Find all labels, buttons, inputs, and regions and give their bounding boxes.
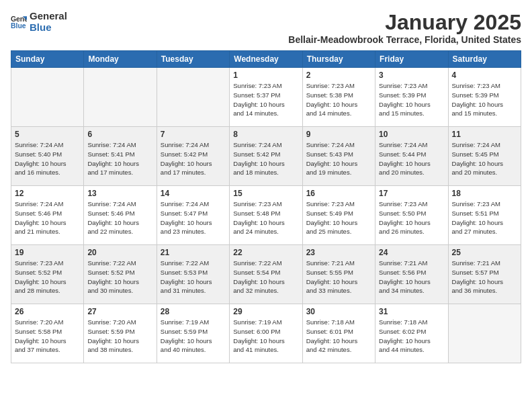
calendar-cell: 17Sunrise: 7:23 AM Sunset: 5:50 PM Dayli… [375, 186, 448, 245]
calendar-header-row: SundayMondayTuesdayWednesdayThursdayFrid… [11, 51, 521, 68]
day-info: Sunrise: 7:22 AM Sunset: 5:54 PM Dayligh… [233, 259, 298, 295]
day-number: 28 [161, 307, 226, 316]
day-info: Sunrise: 7:22 AM Sunset: 5:53 PM Dayligh… [161, 259, 226, 295]
calendar-cell: 14Sunrise: 7:24 AM Sunset: 5:47 PM Dayli… [157, 186, 229, 245]
day-number: 22 [233, 248, 298, 257]
day-number: 6 [87, 130, 152, 139]
calendar-cell [11, 68, 84, 127]
day-info: Sunrise: 7:23 AM Sunset: 5:49 PM Dayligh… [306, 199, 371, 236]
day-number: 15 [233, 189, 298, 198]
calendar-cell: 29Sunrise: 7:19 AM Sunset: 6:00 PM Dayli… [230, 304, 302, 363]
day-info: Sunrise: 7:22 AM Sunset: 5:52 PM Dayligh… [87, 259, 152, 295]
weekday-header-sunday: Sunday [11, 51, 84, 68]
day-number: 19 [15, 248, 80, 257]
day-number: 23 [306, 248, 371, 257]
day-info: Sunrise: 7:23 AM Sunset: 5:38 PM Dayligh… [306, 81, 371, 118]
calendar-cell: 22Sunrise: 7:22 AM Sunset: 5:54 PM Dayli… [230, 245, 302, 304]
day-number: 11 [452, 130, 517, 139]
calendar-cell: 26Sunrise: 7:20 AM Sunset: 5:58 PM Dayli… [11, 304, 84, 363]
day-number: 8 [233, 130, 298, 139]
calendar-cell: 18Sunrise: 7:23 AM Sunset: 5:51 PM Dayli… [448, 186, 521, 245]
day-info: Sunrise: 7:23 AM Sunset: 5:51 PM Dayligh… [452, 199, 517, 236]
day-info: Sunrise: 7:24 AM Sunset: 5:41 PM Dayligh… [87, 140, 152, 177]
day-number: 5 [15, 130, 80, 139]
calendar-cell: 16Sunrise: 7:23 AM Sunset: 5:49 PM Dayli… [302, 186, 375, 245]
day-info: Sunrise: 7:24 AM Sunset: 5:46 PM Dayligh… [15, 199, 80, 236]
calendar-cell: 9Sunrise: 7:24 AM Sunset: 5:43 PM Daylig… [302, 127, 375, 186]
calendar-week-0: 1Sunrise: 7:23 AM Sunset: 5:37 PM Daylig… [11, 68, 521, 127]
day-info: Sunrise: 7:18 AM Sunset: 6:01 PM Dayligh… [306, 318, 371, 355]
weekday-header-wednesday: Wednesday [230, 51, 302, 68]
day-info: Sunrise: 7:20 AM Sunset: 5:59 PM Dayligh… [87, 318, 152, 355]
calendar-cell: 12Sunrise: 7:24 AM Sunset: 5:46 PM Dayli… [11, 186, 84, 245]
header: General Blue General Blue January 2025 B… [11, 11, 521, 45]
calendar-week-4: 26Sunrise: 7:20 AM Sunset: 5:58 PM Dayli… [11, 304, 521, 363]
calendar-cell: 27Sunrise: 7:20 AM Sunset: 5:59 PM Dayli… [84, 304, 157, 363]
day-number: 9 [306, 130, 371, 139]
day-number: 17 [379, 189, 444, 198]
calendar-cell: 21Sunrise: 7:22 AM Sunset: 5:53 PM Dayli… [157, 245, 229, 304]
day-number: 3 [379, 71, 444, 80]
calendar-cell: 3Sunrise: 7:23 AM Sunset: 5:39 PM Daylig… [375, 68, 448, 127]
svg-text:Blue: Blue [11, 21, 26, 29]
day-number: 31 [379, 307, 444, 316]
calendar-cell: 30Sunrise: 7:18 AM Sunset: 6:01 PM Dayli… [302, 304, 375, 363]
day-number: 13 [87, 189, 152, 198]
calendar-cell: 23Sunrise: 7:21 AM Sunset: 5:55 PM Dayli… [302, 245, 375, 304]
calendar-cell: 19Sunrise: 7:23 AM Sunset: 5:52 PM Dayli… [11, 245, 84, 304]
calendar-cell: 7Sunrise: 7:24 AM Sunset: 5:42 PM Daylig… [157, 127, 229, 186]
calendar-cell: 2Sunrise: 7:23 AM Sunset: 5:38 PM Daylig… [302, 68, 375, 127]
calendar-week-3: 19Sunrise: 7:23 AM Sunset: 5:52 PM Dayli… [11, 245, 521, 304]
day-number: 1 [233, 71, 298, 80]
calendar-cell: 13Sunrise: 7:24 AM Sunset: 5:46 PM Dayli… [84, 186, 157, 245]
weekday-header-tuesday: Tuesday [157, 51, 229, 68]
weekday-header-monday: Monday [84, 51, 157, 68]
day-info: Sunrise: 7:21 AM Sunset: 5:55 PM Dayligh… [306, 259, 371, 295]
day-number: 24 [379, 248, 444, 257]
day-number: 7 [161, 130, 226, 139]
weekday-header-friday: Friday [375, 51, 448, 68]
day-number: 30 [306, 307, 371, 316]
calendar-cell [84, 68, 157, 127]
day-number: 14 [161, 189, 226, 198]
day-info: Sunrise: 7:19 AM Sunset: 5:59 PM Dayligh… [161, 318, 226, 355]
day-number: 18 [452, 189, 517, 198]
day-info: Sunrise: 7:24 AM Sunset: 5:42 PM Dayligh… [233, 140, 298, 177]
day-number: 25 [452, 248, 517, 257]
day-number: 4 [452, 71, 517, 80]
day-number: 16 [306, 189, 371, 198]
day-info: Sunrise: 7:23 AM Sunset: 5:37 PM Dayligh… [233, 81, 298, 118]
calendar-cell [448, 304, 521, 363]
calendar-cell: 15Sunrise: 7:23 AM Sunset: 5:48 PM Dayli… [230, 186, 302, 245]
calendar-cell: 28Sunrise: 7:19 AM Sunset: 5:59 PM Dayli… [157, 304, 229, 363]
calendar-cell [157, 68, 229, 127]
calendar-cell: 25Sunrise: 7:21 AM Sunset: 5:57 PM Dayli… [448, 245, 521, 304]
day-info: Sunrise: 7:23 AM Sunset: 5:50 PM Dayligh… [379, 199, 444, 236]
day-number: 26 [15, 307, 80, 316]
logo: General Blue General Blue [11, 11, 67, 33]
weekday-header-thursday: Thursday [302, 51, 375, 68]
calendar-body: 1Sunrise: 7:23 AM Sunset: 5:37 PM Daylig… [11, 68, 521, 363]
calendar-cell: 11Sunrise: 7:24 AM Sunset: 5:45 PM Dayli… [448, 127, 521, 186]
day-info: Sunrise: 7:23 AM Sunset: 5:39 PM Dayligh… [452, 81, 517, 118]
calendar-cell: 31Sunrise: 7:18 AM Sunset: 6:02 PM Dayli… [375, 304, 448, 363]
calendar-cell: 10Sunrise: 7:24 AM Sunset: 5:44 PM Dayli… [375, 127, 448, 186]
calendar-cell: 24Sunrise: 7:21 AM Sunset: 5:56 PM Dayli… [375, 245, 448, 304]
calendar-week-1: 5Sunrise: 7:24 AM Sunset: 5:40 PM Daylig… [11, 127, 521, 186]
day-info: Sunrise: 7:19 AM Sunset: 6:00 PM Dayligh… [233, 318, 298, 355]
calendar-cell: 1Sunrise: 7:23 AM Sunset: 5:37 PM Daylig… [230, 68, 302, 127]
day-number: 20 [87, 248, 152, 257]
weekday-header-saturday: Saturday [448, 51, 521, 68]
calendar-cell: 6Sunrise: 7:24 AM Sunset: 5:41 PM Daylig… [84, 127, 157, 186]
calendar-cell: 8Sunrise: 7:24 AM Sunset: 5:42 PM Daylig… [230, 127, 302, 186]
day-info: Sunrise: 7:21 AM Sunset: 5:56 PM Dayligh… [379, 259, 444, 295]
day-info: Sunrise: 7:24 AM Sunset: 5:42 PM Dayligh… [161, 140, 226, 177]
calendar-table: SundayMondayTuesdayWednesdayThursdayFrid… [11, 50, 521, 363]
day-number: 29 [233, 307, 298, 316]
calendar-cell: 20Sunrise: 7:22 AM Sunset: 5:52 PM Dayli… [84, 245, 157, 304]
day-info: Sunrise: 7:23 AM Sunset: 5:39 PM Dayligh… [379, 81, 444, 118]
day-info: Sunrise: 7:24 AM Sunset: 5:40 PM Dayligh… [15, 140, 80, 177]
day-info: Sunrise: 7:23 AM Sunset: 5:52 PM Dayligh… [15, 259, 80, 295]
day-number: 21 [161, 248, 226, 257]
day-info: Sunrise: 7:24 AM Sunset: 5:44 PM Dayligh… [379, 140, 444, 177]
